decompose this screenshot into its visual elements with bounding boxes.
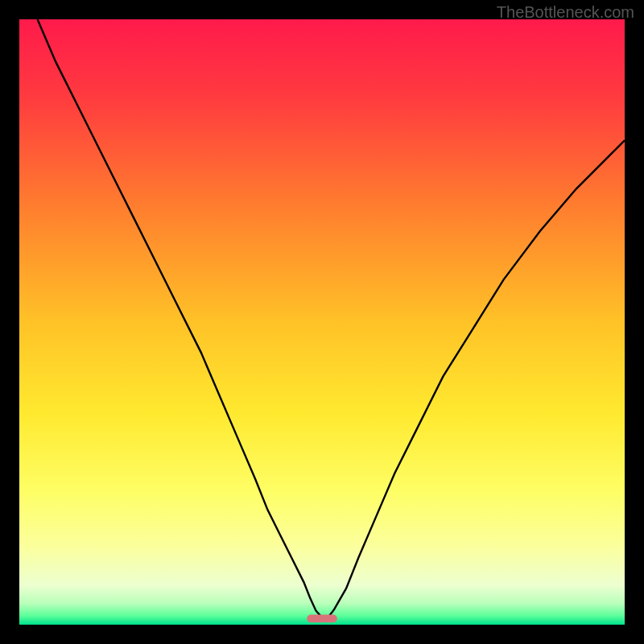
min-marker	[307, 615, 337, 623]
chart-frame: TheBottleneck.com	[0, 0, 644, 644]
gradient-background	[19, 19, 625, 625]
chart-svg	[19, 19, 625, 625]
plot-area	[19, 19, 625, 625]
watermark-text: TheBottleneck.com	[497, 3, 634, 22]
